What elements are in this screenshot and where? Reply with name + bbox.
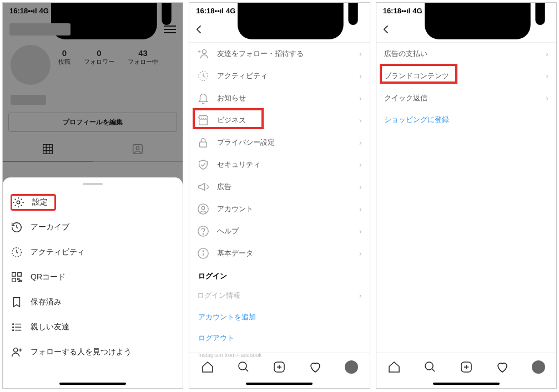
svg-point-30 (198, 204, 208, 214)
home-icon[interactable] (387, 360, 401, 374)
sheet-settings[interactable]: 設定 (3, 190, 183, 215)
list-icon (11, 321, 23, 333)
chevron-right-icon: › (546, 94, 548, 103)
svg-rect-29 (200, 142, 207, 147)
svg-point-20 (14, 348, 18, 352)
activity-icon (11, 246, 23, 258)
svg-point-16 (13, 327, 14, 328)
bell-icon (197, 92, 209, 104)
svg-point-14 (13, 323, 14, 324)
highlight-business (193, 108, 264, 129)
chevron-right-icon: › (359, 138, 362, 147)
svg-line-45 (432, 369, 435, 371)
status-bar: 16:18 ••ıl4G (376, 3, 556, 18)
add-person-icon (11, 346, 23, 358)
status-time: 16:18 (196, 7, 214, 15)
sheet-discover[interactable]: フォローする人を見つけよう (3, 339, 183, 364)
settings-privacy[interactable]: プライバシー設定› (189, 131, 369, 154)
sheet-grabber[interactable] (83, 183, 103, 185)
sheet-qr[interactable]: QRコード (3, 264, 183, 289)
chevron-right-icon: › (359, 116, 362, 125)
action-sheet: 設定 アーカイブ アクティビティ QRコード 保存済み 親しい友達 フォローする… (3, 177, 183, 388)
settings-follow-invite[interactable]: 友達をフォロー・招待する› (189, 43, 369, 65)
chevron-right-icon: › (359, 249, 362, 258)
signal-icon: ••ıl (401, 7, 410, 15)
highlight-branded-content (380, 64, 457, 84)
new-post-icon[interactable] (273, 360, 286, 374)
page-title: ビジネス (450, 25, 483, 35)
svg-point-33 (203, 233, 204, 234)
chevron-right-icon: › (546, 72, 548, 80)
chevron-right-icon: › (359, 205, 362, 213)
profile-tab[interactable] (532, 360, 545, 374)
logout-link[interactable]: ログアウト (189, 328, 369, 349)
new-post-icon[interactable] (460, 360, 473, 374)
user-icon (197, 203, 209, 215)
home-indicator (433, 383, 500, 385)
chevron-right-icon: › (359, 72, 362, 80)
chevron-right-icon: › (359, 49, 362, 58)
qr-icon (11, 271, 23, 283)
svg-point-25 (202, 50, 206, 54)
settings-notifications[interactable]: お知らせ› (189, 87, 369, 109)
sheet-close-friends[interactable]: 親しい友達 (3, 314, 183, 339)
sheet-activity[interactable]: アクティビティ (3, 240, 183, 264)
svg-point-36 (203, 251, 204, 251)
svg-point-37 (239, 362, 246, 370)
status-bar: 16:18 ••ıl4G (189, 3, 369, 18)
sheet-saved[interactable]: 保存済み (3, 289, 183, 314)
info-icon (197, 247, 209, 259)
settings-help[interactable]: ヘルプ› (189, 220, 369, 242)
heart-icon[interactable] (496, 360, 509, 374)
lock-icon (197, 136, 209, 149)
tab-bar (189, 353, 369, 380)
chevron-right-icon: › (359, 160, 362, 169)
svg-point-18 (13, 329, 14, 330)
activity-icon (197, 70, 209, 82)
svg-rect-13 (12, 278, 16, 281)
back-icon[interactable] (194, 24, 205, 35)
back-icon[interactable] (381, 24, 392, 35)
search-icon[interactable] (237, 360, 250, 374)
bookmark-icon (11, 296, 23, 308)
settings-activity[interactable]: アクティビティ› (189, 65, 369, 87)
page-title: 設定 (271, 25, 288, 35)
signal-icon: ••ıl (215, 7, 224, 15)
svg-point-9 (17, 201, 20, 204)
home-indicator (59, 383, 126, 385)
svg-point-44 (425, 362, 433, 370)
svg-line-38 (245, 369, 248, 371)
tab-bar (376, 353, 556, 380)
business-shopping-link[interactable]: ショッピングに登録 (376, 109, 556, 130)
chevron-right-icon: › (359, 182, 362, 191)
status-time: 16:18 (383, 7, 401, 15)
help-icon (197, 225, 209, 237)
svg-rect-11 (12, 272, 16, 276)
nav-header: ビジネス (376, 18, 556, 43)
login-section: ログイン (189, 264, 369, 284)
chevron-right-icon: › (546, 49, 548, 58)
settings-account[interactable]: アカウント› (189, 198, 369, 220)
gear-icon (12, 196, 24, 208)
chevron-right-icon: › (359, 227, 362, 236)
archive-icon (11, 221, 23, 233)
search-icon[interactable] (424, 360, 437, 374)
business-ad-payments[interactable]: 広告の支払い› (376, 43, 556, 65)
heart-icon[interactable] (309, 360, 322, 374)
nav-header: 設定 (189, 18, 369, 43)
svg-point-31 (202, 206, 205, 210)
profile-tab[interactable] (345, 360, 358, 374)
chevron-right-icon: › (359, 94, 362, 103)
sheet-archive[interactable]: アーカイブ (3, 215, 183, 240)
settings-about[interactable]: 基本データ› (189, 242, 369, 264)
home-icon[interactable] (201, 360, 214, 374)
add-account-link[interactable]: アカウントを追加 (189, 307, 369, 328)
shield-icon (197, 159, 209, 171)
settings-security[interactable]: セキュリティ› (189, 154, 369, 176)
business-quick-replies[interactable]: クイック返信› (376, 87, 556, 109)
svg-rect-12 (18, 272, 21, 276)
settings-ads[interactable]: 広告› (189, 176, 369, 198)
megaphone-icon (197, 181, 209, 193)
login-info[interactable]: ログイン情報› (189, 284, 369, 307)
add-person-icon (197, 48, 209, 60)
